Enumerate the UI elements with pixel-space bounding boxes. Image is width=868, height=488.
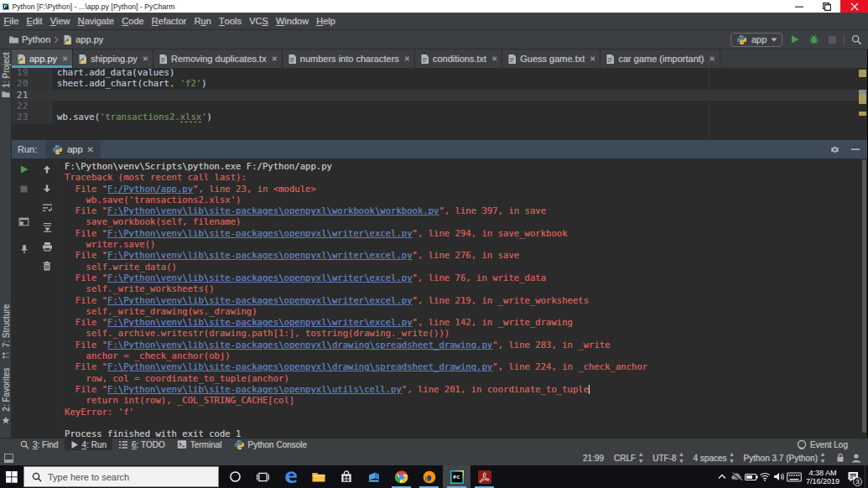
tab-close-icon[interactable]: ✕ <box>62 55 68 63</box>
editor-tab-app-py[interactable]: app.py✕ <box>12 49 73 68</box>
status-indent[interactable]: 4 spaces▴▾ <box>694 451 734 465</box>
tool-button-python-console[interactable]: Python Console <box>228 439 314 450</box>
soft-wrap-button[interactable] <box>40 201 54 215</box>
menu-help[interactable]: Help <box>313 13 340 29</box>
show-desktop-button[interactable] <box>865 465 868 488</box>
taskbar-search-box[interactable]: Type here to search <box>23 466 219 487</box>
debug-button[interactable] <box>804 31 823 48</box>
run-console[interactable]: F:\Python\venv\Scripts\python.exe F:/Pyt… <box>59 158 867 438</box>
tab-close-icon[interactable]: ✕ <box>590 55 595 63</box>
clear-console-button[interactable] <box>40 259 54 273</box>
stack-trace-link[interactable]: F:\Python\venv\lib\site-packages\openpyx… <box>107 228 413 238</box>
down-stack-trace-button[interactable] <box>40 182 54 195</box>
taskbar-store-button[interactable] <box>332 465 360 488</box>
menu-refactor[interactable]: Refactor <box>148 13 190 29</box>
editor-tab-guess-game-txt[interactable]: Guess game.txt✕ <box>502 49 600 68</box>
notification-center-button[interactable]: 3 <box>843 465 865 488</box>
hide-panel-icon[interactable] <box>850 144 860 154</box>
menu-code[interactable]: Code <box>118 13 148 29</box>
breadcrumb-python[interactable]: Python <box>8 34 50 44</box>
editor-line-22[interactable]: 22 <box>12 101 867 112</box>
stack-trace-link[interactable]: F:\Python\venv\lib\site-packages\openpyx… <box>107 340 492 350</box>
stop-button[interactable] <box>823 31 841 48</box>
tab-close-icon[interactable]: ✕ <box>272 55 278 63</box>
menu-view[interactable]: View <box>46 13 74 29</box>
tool-button-structure[interactable]: 7: Structure <box>0 300 12 363</box>
window-minimize-button[interactable] <box>785 0 813 13</box>
taskbar-cortana-button[interactable] <box>221 465 249 488</box>
start-button[interactable] <box>0 465 23 488</box>
tab-close-icon[interactable]: ✕ <box>404 55 410 63</box>
stack-trace-link[interactable]: F:\Python\venv\lib\site-packages\openpyx… <box>107 317 413 327</box>
run-tab-app[interactable]: app✕ <box>45 140 101 158</box>
menu-file[interactable]: File <box>0 13 23 29</box>
readonly-lock-icon[interactable] <box>836 453 845 463</box>
tool-button-terminal[interactable]: Terminal <box>171 439 228 450</box>
tray-chevron-up-icon[interactable] <box>715 465 729 488</box>
console-scrollbar-thumb[interactable] <box>862 159 866 433</box>
tool-button-favorites[interactable]: 2: Favorites <box>0 363 12 428</box>
taskbar-acrobat-button[interactable] <box>470 465 498 488</box>
tray-wifi-icon[interactable] <box>758 465 772 488</box>
status-interpreter[interactable]: Python 3.7 (Python)▴▾ <box>744 451 824 465</box>
pin-tab-button[interactable] <box>18 242 31 256</box>
tab-close-icon[interactable]: ✕ <box>709 55 715 63</box>
stop-button-disabled[interactable] <box>18 182 31 195</box>
tool-button-3-find[interactable]: 3: Find <box>14 439 65 450</box>
restore-layout-button[interactable] <box>18 215 31 228</box>
tab-close-icon[interactable]: ✕ <box>491 55 497 63</box>
menu-tools[interactable]: Tools <box>215 13 245 29</box>
editor[interactable]: 19chart.add_data(values)20sheet.add_char… <box>12 68 867 139</box>
tool-button-6-todo[interactable]: 6: TODO <box>112 439 171 450</box>
taskbar-edge-button[interactable] <box>277 465 304 488</box>
settings-gear-icon[interactable] <box>829 144 840 155</box>
tray-battery-icon[interactable] <box>744 465 758 488</box>
tool-button-project[interactable]: 1: Project <box>0 50 12 102</box>
rerun-button[interactable] <box>18 163 31 176</box>
print-button[interactable] <box>40 240 54 253</box>
taskbar-chrome-button[interactable] <box>387 465 415 488</box>
stack-trace-link[interactable]: F:\Python\venv\lib\site-packages\openpyx… <box>107 384 402 394</box>
stack-trace-link[interactable]: F:\Python\venv\lib\site-packages\openpyx… <box>107 205 439 215</box>
editor-line-21[interactable]: 21 <box>12 90 867 101</box>
menu-edit[interactable]: Edit <box>23 13 46 29</box>
stack-trace-link[interactable]: F:\Python\venv\lib\site-packages\openpyx… <box>107 361 492 371</box>
editor-line-19[interactable]: 19chart.add_data(values) <box>12 68 867 78</box>
status-caret-position[interactable]: 21:99 <box>583 454 604 463</box>
taskbar-file-explorer-button[interactable] <box>304 465 332 488</box>
editor-tab-numbers-into-characters[interactable]: numbers into characters✕ <box>283 49 415 68</box>
tool-button-4-run[interactable]: 4: Run <box>65 439 112 450</box>
stack-trace-link[interactable]: F:\Python\venv\lib\site-packages\openpyx… <box>107 250 413 260</box>
window-close-button[interactable] <box>840 0 868 13</box>
tray-touch-keyboard-icon[interactable] <box>786 465 803 488</box>
tool-button-event-log[interactable]: Event Log <box>797 439 868 449</box>
run-button[interactable] <box>786 31 804 48</box>
stack-trace-link[interactable]: F:\Python\venv\lib\site-packages\openpyx… <box>107 273 413 283</box>
editor-line-23[interactable]: 23wb.save('transactions2.xlsx') <box>12 112 867 122</box>
stack-trace-link[interactable]: F:/Python/app.py <box>107 184 193 194</box>
stack-trace-link[interactable]: F:\Python\venv\lib\site-packages\openpyx… <box>107 295 413 305</box>
editor-line-20[interactable]: 20sheet.add_chart(chart, 'f2') <box>12 78 867 89</box>
tray-onedrive-icon[interactable] <box>729 465 744 488</box>
toolwindow-toggle-icon[interactable] <box>4 454 13 463</box>
editor-tab-shipping-py[interactable]: shipping.py✕ <box>73 49 153 68</box>
highlighting-level-icon[interactable] <box>851 453 861 463</box>
run-configuration-selector[interactable]: app <box>730 33 782 47</box>
menu-run[interactable]: Run <box>190 13 215 29</box>
editor-tab-car-game-important-[interactable]: car game (important)✕ <box>600 49 720 68</box>
editor-tab-removing-duplicates-tx[interactable]: Removing duplicates.tx✕ <box>153 49 283 68</box>
taskbar-clock[interactable]: 4:38 AM7/16/2019 <box>803 469 843 485</box>
tab-close-icon[interactable]: ✕ <box>143 55 148 63</box>
search-everywhere-button[interactable] <box>847 31 865 48</box>
run-tab-close-icon[interactable]: ✕ <box>87 145 94 154</box>
status-encoding[interactable]: UTF-8▴▾ <box>652 451 683 465</box>
editor-tab-conditions-txt[interactable]: conditions.txt✕ <box>415 49 502 68</box>
up-stack-trace-button[interactable] <box>40 163 54 176</box>
menu-window[interactable]: Window <box>272 13 312 29</box>
taskbar-firefox-button[interactable] <box>415 465 443 488</box>
menu-navigate[interactable]: Navigate <box>74 13 118 29</box>
window-maximize-button[interactable] <box>813 0 840 13</box>
tray-volume-icon[interactable] <box>772 465 786 488</box>
menu-vcs[interactable]: VCS <box>246 13 273 29</box>
taskbar-connect-button[interactable] <box>360 465 387 488</box>
